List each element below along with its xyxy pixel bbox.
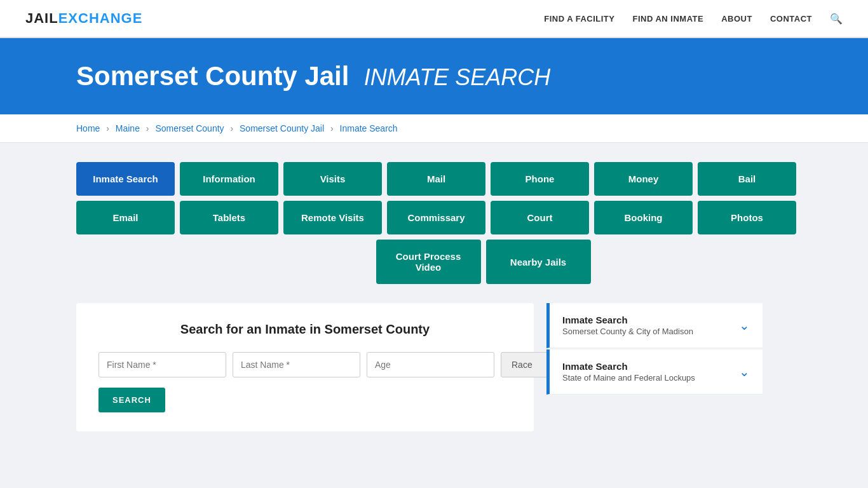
search-button[interactable]: SEARCH [98,388,165,412]
chevron-down-icon-0: ⌄ [739,318,750,333]
hero-title-main: Somerset County Jail [76,61,349,91]
sidebar-item-0-sub: Somerset County & City of Madison [562,327,693,336]
sidebar-item-0-label: Inmate Search [562,315,693,325]
nav-about[interactable]: ABOUT [721,14,752,24]
btn-court-process-video[interactable]: Court Process Video [376,240,481,284]
sidebar-item-0[interactable]: Inmate Search Somerset County & City of … [546,303,763,348]
main-content: Inmate Search Information Visits Mail Ph… [0,143,868,451]
search-form-title: Search for an Inmate in Somerset County [98,322,512,337]
breadcrumb-home[interactable]: Home [76,123,100,133]
btn-inmate-search[interactable]: Inmate Search [76,162,175,196]
breadcrumb-sep-3: › [230,123,233,133]
nav-row-3: Court Process Video Nearby Jails [76,240,792,284]
hero-banner: Somerset County Jail INMATE SEARCH [0,38,868,114]
btn-commissary[interactable]: Commissary [387,201,485,234]
btn-visits[interactable]: Visits [283,162,382,196]
btn-booking[interactable]: Booking [594,201,693,234]
btn-nearby-jails[interactable]: Nearby Jails [486,240,591,284]
nav-row-1: Inmate Search Information Visits Mail Ph… [76,162,792,196]
breadcrumb-sep-1: › [106,123,109,133]
first-name-input[interactable] [98,352,226,377]
breadcrumb-somerset-county[interactable]: Somerset County [155,123,224,133]
nav-row-2: Email Tablets Remote Visits Commissary C… [76,201,792,234]
breadcrumb: Home › Maine › Somerset County › Somerse… [0,114,868,143]
btn-mail[interactable]: Mail [387,162,485,196]
content-area: Search for an Inmate in Somerset County … [76,303,792,431]
breadcrumb-sep-2: › [146,123,149,133]
btn-information[interactable]: Information [180,162,278,196]
chevron-down-icon-1: ⌄ [739,364,750,379]
hero-title: Somerset County Jail INMATE SEARCH [76,61,843,92]
btn-bail[interactable]: Bail [698,162,796,196]
search-icon[interactable]: 🔍 [830,13,843,25]
btn-email[interactable]: Email [76,201,175,234]
sidebar: Inmate Search Somerset County & City of … [546,303,763,395]
sidebar-item-1-label: Inmate Search [562,361,695,372]
btn-photos[interactable]: Photos [698,201,796,234]
nav-find-facility[interactable]: FIND A FACILITY [544,14,614,24]
nav-contact[interactable]: CONTACT [770,14,812,24]
btn-remote-visits[interactable]: Remote Visits [283,201,382,234]
btn-phone[interactable]: Phone [491,162,589,196]
main-nav: FIND A FACILITY FIND AN INMATE ABOUT CON… [544,13,843,25]
breadcrumb-maine[interactable]: Maine [116,123,140,133]
btn-court[interactable]: Court [491,201,589,234]
sidebar-item-1-sub: State of Maine and Federal Lockups [562,373,695,383]
search-form-box: Search for an Inmate in Somerset County … [76,303,534,431]
logo-exchange: EXCHANGE [58,10,143,26]
search-inputs: Race White Black Hispanic Asian Other [98,352,512,377]
btn-money[interactable]: Money [594,162,693,196]
age-input[interactable] [367,352,494,377]
btn-tablets[interactable]: Tablets [180,201,278,234]
site-logo[interactable]: JAILEXCHANGE [25,10,142,27]
hero-title-subtitle: INMATE SEARCH [364,64,550,90]
breadcrumb-somerset-jail[interactable]: Somerset County Jail [240,123,324,133]
nav-button-grid: Inmate Search Information Visits Mail Ph… [76,162,792,284]
logo-jail: JAIL [25,10,58,26]
sidebar-item-1[interactable]: Inmate Search State of Maine and Federal… [546,349,763,395]
last-name-input[interactable] [233,352,360,377]
nav-find-inmate[interactable]: FIND AN INMATE [632,14,703,24]
site-header: JAILEXCHANGE FIND A FACILITY FIND AN INM… [0,0,868,38]
breadcrumb-current: Inmate Search [340,123,398,133]
breadcrumb-sep-4: › [330,123,334,133]
